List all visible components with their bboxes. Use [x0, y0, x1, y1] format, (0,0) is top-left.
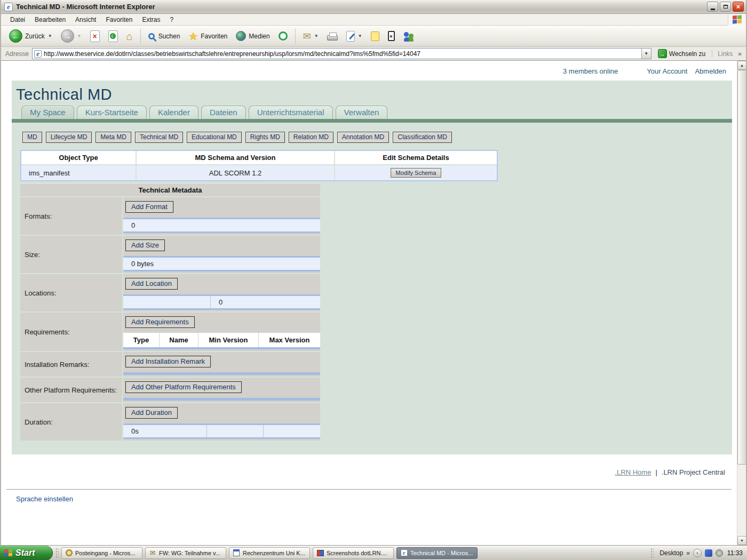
home-button[interactable]: ⌂	[123, 29, 137, 44]
language-link[interactable]: Sprache einstellen	[16, 495, 73, 503]
md-nav-md[interactable]: MD	[22, 132, 42, 143]
lrn-footer: .LRN Home | .LRN Project Central	[1, 454, 739, 476]
schema-version: ADL SCORM 1.2	[137, 165, 334, 180]
start-button[interactable]: Start	[0, 546, 53, 560]
installation-remarks-label: Installation Remarks:	[20, 352, 122, 377]
md-nav-relation[interactable]: Relation MD	[289, 132, 333, 143]
desktop-toolbar-label[interactable]: Desktop	[659, 549, 683, 557]
forward-dropdown-icon: ▼	[77, 34, 82, 38]
back-dropdown-icon[interactable]: ▼	[48, 34, 52, 38]
image-icon	[316, 549, 324, 557]
tab-my-space[interactable]: My Space	[21, 106, 74, 119]
task-posteingang[interactable]: Posteingang - Micros...	[61, 547, 142, 559]
links-label[interactable]: Links	[712, 50, 735, 58]
task-label: Technical MD - Micros...	[410, 550, 473, 556]
research-button[interactable]: ∗	[384, 29, 399, 43]
menu-hilfe[interactable]: ?	[165, 15, 178, 25]
task-screenshots[interactable]: Screenshots dotLRN....	[313, 547, 394, 559]
add-installation-remark-button[interactable]: Add Installation Remark	[125, 356, 211, 367]
md-nav-lifecycle[interactable]: Lifecycle MD	[46, 132, 92, 143]
size-label: Size:	[20, 236, 122, 273]
forward-button[interactable]: → ▼	[57, 27, 85, 45]
restore-button[interactable]	[720, 2, 731, 12]
media-button[interactable]: Medien	[232, 29, 273, 43]
md-nav-rights[interactable]: Rights MD	[245, 132, 285, 143]
back-button[interactable]: ← Zurück ▼	[5, 27, 56, 45]
address-label: Adresse	[5, 50, 29, 58]
desktop-chevron-icon[interactable]: »	[686, 549, 690, 557]
menu-bearbeiten[interactable]: Bearbeiten	[30, 15, 70, 25]
outlook-icon	[65, 549, 73, 557]
task-rechenzentrum[interactable]: Rechenzentrum Uni K...	[229, 547, 310, 559]
tab-verwalten[interactable]: Verwalten	[336, 106, 388, 119]
menu-ansicht[interactable]: Ansicht	[70, 15, 101, 25]
req-header-min-version: Min Version	[198, 333, 258, 347]
scroll-up-icon[interactable]: ▲	[737, 61, 746, 70]
add-duration-button[interactable]: Add Duration	[125, 407, 178, 419]
history-button[interactable]	[275, 29, 291, 43]
modify-schema-button[interactable]: Modify Schema	[391, 168, 442, 178]
minimize-button[interactable]	[707, 2, 718, 12]
task-fw-wg-teilnahme[interactable]: ✉ FW: WG: Teilnahme v...	[145, 547, 226, 559]
md-nav-classification[interactable]: Classification MD	[393, 132, 452, 143]
address-bar: Adresse e http://www.theservice.de/dotlr…	[1, 47, 746, 61]
toolbar: ← Zurück ▼ → ▼ × ⌂ Suchen ★	[1, 26, 746, 47]
print-button[interactable]	[323, 30, 341, 43]
messenger-button[interactable]	[400, 29, 418, 44]
menu-favoriten[interactable]: Favoriten	[101, 15, 137, 25]
edit-button[interactable]: ▼	[343, 29, 366, 44]
menu-datei[interactable]: Datei	[5, 15, 30, 25]
favorites-button[interactable]: ★ Favoriten	[185, 29, 231, 44]
close-button[interactable]: ×	[733, 2, 744, 12]
lrn-project-central[interactable]: .LRN Project Central	[662, 468, 725, 476]
lrn-home-link[interactable]: .LRN Home	[615, 468, 651, 476]
md-nav-technical[interactable]: Technical MD	[135, 132, 183, 143]
mail-button[interactable]: ✉ ▼	[299, 29, 322, 43]
md-nav-educational[interactable]: Educational MD	[187, 132, 242, 143]
search-button[interactable]: Suchen	[145, 30, 184, 42]
address-input[interactable]: e http://www.theservice.de/dotlrn/classe…	[32, 48, 651, 59]
scrollbar-thumb[interactable]	[737, 70, 746, 465]
address-url[interactable]: http://www.theservice.de/dotlrn/classes/…	[44, 50, 641, 58]
tray-messenger-icon[interactable]	[705, 549, 712, 557]
hide-icons-button[interactable]: ‹	[693, 549, 702, 557]
forward-icon: →	[61, 29, 74, 43]
address-dropdown-icon[interactable]: ▼	[641, 49, 651, 59]
edit-dropdown-icon[interactable]: ▼	[358, 34, 362, 38]
add-other-platform-button[interactable]: Add Other Platform Requirements	[125, 381, 242, 393]
md-nav-meta[interactable]: Meta MD	[96, 132, 131, 143]
mail-dropdown-icon[interactable]: ▼	[314, 34, 319, 38]
tray-grip[interactable]	[650, 548, 654, 558]
refresh-button[interactable]	[105, 28, 122, 44]
logout-link[interactable]: Abmelden	[695, 67, 726, 75]
tab-dateien[interactable]: Dateien	[201, 106, 246, 119]
search-icon	[148, 33, 155, 39]
document-icon	[233, 549, 240, 557]
md-nav-annotation[interactable]: Annotation MD	[337, 132, 389, 143]
quicklaunch-grip[interactable]	[55, 548, 59, 558]
scroll-down-icon[interactable]: ▼	[737, 536, 746, 545]
tab-kalender[interactable]: Kalender	[149, 106, 198, 119]
links-chevron-icon[interactable]: »	[738, 50, 744, 58]
add-format-button[interactable]: Add Format	[125, 201, 173, 213]
schema-header-version: MD Schema and Version	[137, 151, 334, 164]
your-account-link[interactable]: Your Account	[647, 67, 687, 75]
add-size-button[interactable]: Add Size	[125, 239, 165, 251]
vertical-scrollbar[interactable]: ▲ ▼	[737, 61, 746, 545]
tray-status-icon[interactable]	[716, 549, 723, 557]
task-technical-md[interactable]: e Technical MD - Micros...	[396, 547, 478, 559]
window-title: Technical MD - Microsoft Internet Explor…	[16, 3, 155, 11]
go-button[interactable]: → Wechseln zu	[655, 48, 709, 59]
formats-value: 0	[123, 219, 320, 231]
toolbar-separator	[140, 29, 141, 44]
stop-button[interactable]: ×	[86, 28, 104, 44]
tab-kurs-startseite[interactable]: Kurs-Startseite	[77, 106, 147, 119]
schema-table: Object Type MD Schema and Version Edit S…	[20, 150, 498, 181]
edit-icon	[346, 31, 355, 42]
menu-extras[interactable]: Extras	[137, 15, 165, 25]
start-windows-icon	[4, 549, 12, 556]
discuss-button[interactable]	[367, 29, 383, 43]
add-requirements-button[interactable]: Add Requirements	[125, 316, 195, 328]
add-location-button[interactable]: Add Location	[125, 278, 178, 290]
tab-unterrichtsmaterial[interactable]: Unterrichtsmaterial	[249, 106, 333, 119]
